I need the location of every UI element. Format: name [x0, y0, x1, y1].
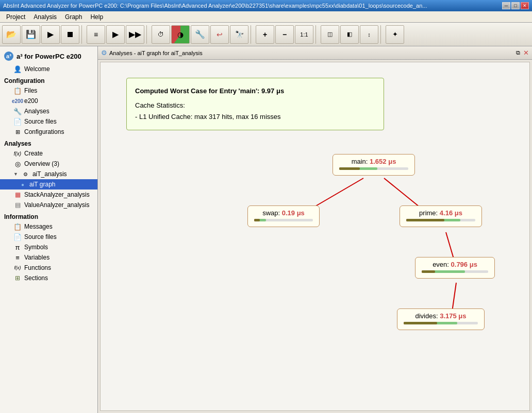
- toolbar-sep4: [315, 25, 319, 44]
- run2-btn[interactable]: ▶: [106, 25, 125, 44]
- list-btn[interactable]: ≡: [87, 25, 105, 44]
- titlebar-buttons: ─ □ ✕: [502, 2, 529, 9]
- toolbar-sep5: [380, 25, 384, 44]
- sidebar-item-sourcefiles[interactable]: 📄 Source files: [0, 116, 97, 127]
- sidebar-item-label: Configurations: [24, 128, 64, 135]
- analyses-icon: 🔧: [13, 107, 22, 115]
- a3-icon: a³: [4, 51, 13, 61]
- sidebar-item-ait-graph[interactable]: ● aiT graph: [0, 179, 97, 190]
- content-tab-bar: ⚙ Analyses - aiT graph for aiT_analysis …: [98, 46, 532, 60]
- content-popout-icon[interactable]: ⧉: [516, 49, 520, 56]
- minimize-button[interactable]: ─: [502, 2, 510, 9]
- sidebar-item-label: Analyses: [24, 108, 49, 115]
- toolbar-sep2: [146, 25, 149, 44]
- source-icon: 📄: [13, 233, 22, 241]
- titlebar-title: AbsInt Advanced Analyzer for PowerPC e20…: [3, 3, 502, 9]
- content-close-icon[interactable]: ✕: [523, 49, 529, 57]
- menu-help[interactable]: Help: [86, 12, 107, 22]
- sidebar-item-source-files[interactable]: 📄 Source files: [0, 232, 97, 242]
- variables-icon: ≡: [13, 253, 22, 262]
- valueanalyzer-icon: ▤: [13, 201, 22, 209]
- sidebar-item-label: Functions: [24, 264, 51, 271]
- sidebar-item-label: Create: [24, 150, 43, 157]
- sidebar-item-symbols[interactable]: π Symbols: [0, 242, 97, 252]
- sidebar-item-e200[interactable]: e200 e200: [0, 96, 97, 106]
- sidebar-item-overview[interactable]: ◎ Overview (3): [0, 159, 97, 169]
- zoom-out-btn[interactable]: −: [275, 25, 294, 44]
- content-body[interactable]: Computed Worst Case for Entry 'main': 9.…: [100, 62, 530, 411]
- menu-project[interactable]: Project: [2, 12, 29, 22]
- nav2-btn[interactable]: ◧: [340, 25, 359, 44]
- node-divides[interactable]: divides: 3.175 μs: [397, 308, 485, 330]
- maximize-button[interactable]: □: [511, 2, 520, 9]
- info-box: Computed Worst Case for Entry 'main': 9.…: [126, 78, 384, 130]
- binoculars-btn[interactable]: 🔭: [230, 25, 248, 44]
- nav4-btn[interactable]: ✦: [386, 25, 404, 44]
- toolbar: 📂 💾 ▶ ⏹ ≡ ▶ ▶▶ ⏱ ◑ 🔧 ↩ 🔭 + − 1:1 ◫ ◧ ↕ ✦: [0, 23, 532, 46]
- zoom-fit-btn[interactable]: 1:1: [295, 25, 313, 44]
- close-button[interactable]: ✕: [521, 2, 529, 9]
- sidebar-item-welcome[interactable]: 👤 Welcome: [0, 64, 97, 74]
- toolbar-sep3: [251, 25, 254, 44]
- sidebar-item-label: aiT_analysis: [32, 170, 67, 178]
- sidebar-item-ait-analysis[interactable]: ▼ ⚙ aiT_analysis: [0, 169, 97, 179]
- node-prime-bar-green: [406, 219, 460, 221]
- tool-btn[interactable]: 🔧: [191, 25, 209, 44]
- ait-analysis-icon: ⚙: [22, 170, 30, 178]
- sidebar-item-files[interactable]: 📋 Files: [0, 85, 97, 96]
- graph-area: Computed Worst Case for Entry 'main': 9.…: [101, 62, 529, 410]
- clock-btn[interactable]: ⏱: [152, 25, 170, 44]
- sidebar-item-analyses[interactable]: 🔧 Analyses: [0, 106, 97, 116]
- sidebar-item-label: Source files: [24, 233, 57, 240]
- zoom-in-btn[interactable]: +: [256, 25, 274, 44]
- sidebar-item-label: Overview (3): [24, 160, 59, 167]
- sidebar-item-valueanalyzer[interactable]: ▤ ValueAnalyzer_analysis: [0, 200, 97, 210]
- open-file-btn[interactable]: 📂: [2, 25, 21, 44]
- node-divides-bar-green: [404, 322, 457, 324]
- sidebar-item-label: ValueAnalyzer_analysis: [24, 201, 90, 209]
- sidebar-item-label: Symbols: [24, 244, 48, 251]
- sidebar-item-stackanalyzer[interactable]: ▦ StackAnalyzer_analysis: [0, 190, 97, 200]
- sidebar-item-functions[interactable]: f(x) Functions: [0, 263, 97, 273]
- node-swap[interactable]: swap: 0.19 μs: [247, 205, 320, 227]
- sidebar-item-label: Sections: [24, 274, 48, 282]
- sidebar-item-configurations[interactable]: ⊞ Configurations: [0, 127, 97, 137]
- run3-btn[interactable]: ▶▶: [126, 25, 144, 44]
- node-prime[interactable]: prime: 4.16 μs: [400, 205, 482, 227]
- menu-graph[interactable]: Graph: [61, 12, 86, 22]
- info-line3: - L1 Unified Cache: max 317 hits, max 16…: [135, 111, 375, 123]
- sections-icon: ⊞: [13, 274, 22, 282]
- save-btn[interactable]: 💾: [22, 25, 40, 44]
- menu-analysis[interactable]: Analysis: [29, 12, 61, 22]
- sidebar-item-sections[interactable]: ⊞ Sections: [0, 273, 97, 283]
- node-main[interactable]: main: 1.652 μs: [332, 154, 415, 176]
- overview-icon: ◎: [13, 160, 22, 168]
- sourcefiles-icon: 📄: [13, 117, 22, 126]
- info-line2: Cache Statistics:: [135, 100, 375, 111]
- files-icon: 📋: [13, 87, 22, 95]
- node-main-bar-green: [339, 167, 377, 170]
- node-divides-label: divides: 3.175 μs: [415, 312, 466, 320]
- node-swap-label: swap: 0.19 μs: [262, 209, 305, 217]
- sidebar-item-messages[interactable]: 📋 Messages: [0, 221, 97, 232]
- sidebar-item-create[interactable]: f(x) Create: [0, 148, 97, 159]
- content-area: ⚙ Analyses - aiT graph for aiT_analysis …: [98, 46, 532, 413]
- stop-btn[interactable]: ⏹: [61, 25, 79, 44]
- sidebar-item-label: Source files: [24, 118, 57, 125]
- sidebar-item-variables[interactable]: ≡ Variables: [0, 252, 97, 263]
- node-even-label: even: 0.796 μs: [433, 261, 477, 268]
- sidebar: a³ a³ for PowerPC e200 👤 Welcome Configu…: [0, 46, 98, 413]
- chart-btn[interactable]: ◑: [171, 25, 190, 44]
- undo-btn[interactable]: ↩: [210, 25, 229, 44]
- nav1-btn[interactable]: ◫: [321, 25, 339, 44]
- main-layout: a³ a³ for PowerPC e200 👤 Welcome Configu…: [0, 46, 532, 413]
- expand-icon: ▼: [13, 171, 18, 177]
- welcome-icon: 👤: [13, 65, 22, 73]
- run-btn[interactable]: ▶: [41, 25, 60, 44]
- nav3-btn[interactable]: ↕: [360, 25, 378, 44]
- toolbar-sep1: [81, 25, 85, 44]
- node-even[interactable]: even: 0.796 μs: [415, 257, 495, 279]
- node-divides-bar: [404, 322, 478, 324]
- node-main-label: main: 1.652 μs: [352, 158, 396, 165]
- configurations-icon: ⊞: [13, 128, 22, 136]
